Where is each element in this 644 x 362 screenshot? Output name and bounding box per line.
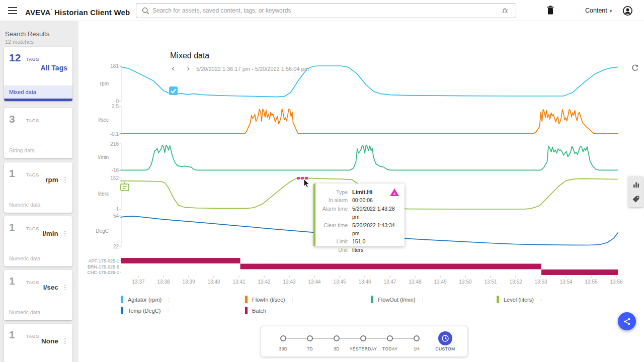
tag-count-label: TAGS [26, 280, 39, 285]
x-tick-label: 13:56 [610, 279, 622, 285]
global-search: fx [136, 3, 516, 18]
menu-icon[interactable] [8, 7, 17, 14]
kebab-menu-icon[interactable]: ⋮ [60, 284, 68, 291]
expression-fx-button[interactable]: fx [502, 7, 508, 14]
batch-bar[interactable] [541, 269, 618, 275]
x-tick-label: 13:51 [484, 279, 497, 285]
legend-swatch [497, 296, 499, 303]
kebab-menu-icon[interactable]: ⋮ [289, 297, 295, 303]
tag-count: 1 [9, 275, 15, 287]
tag-group-card[interactable]: 3TAGSString data [4, 108, 72, 158]
kebab-menu-icon[interactable]: ⋮ [60, 230, 68, 237]
clock-icon [441, 334, 449, 342]
tag-group-card[interactable]: 1TAGSrpm ⋮Numeric data [4, 162, 72, 213]
selected-content-item[interactable]: Mixed data [4, 85, 72, 99]
x-tick-label: 13:49 [434, 279, 446, 285]
all-tags-link[interactable]: All Tags [41, 64, 67, 72]
tag-group-card[interactable]: 1TAGSl/min ⋮Numeric data [4, 216, 72, 266]
checkbox-annotation-icon[interactable] [169, 86, 178, 95]
range-option-dot-7d[interactable] [307, 335, 313, 341]
tooltip-row: Clear time5/20/2022 1:43:34 pm [318, 221, 399, 238]
legend-swatch [121, 296, 123, 303]
range-option-dot-yesterday[interactable] [360, 335, 366, 341]
share-icon [623, 317, 631, 326]
kebab-menu-icon[interactable]: ⋮ [538, 297, 544, 303]
kebab-menu-icon[interactable]: ⋮ [420, 297, 426, 303]
y-axis-min-label: -0.1 [110, 131, 119, 137]
app-title: AVEVA` Historian Client Web [25, 0, 130, 23]
account-icon[interactable] [623, 6, 632, 16]
tooltip-value: 151.0 [352, 237, 365, 245]
bar-chart-icon [632, 180, 640, 188]
x-tick-label: 13:46 [358, 279, 371, 285]
x-tick-label: 13:38 [157, 279, 170, 285]
legend-item[interactable]: Temp (DegC)⋮ [121, 306, 171, 314]
y-axis-max-label: 54 [113, 213, 119, 219]
tag-count: 1 [9, 167, 15, 179]
x-tick-label: 13:37 [132, 279, 144, 285]
tag-count-label: TAGS [26, 57, 39, 62]
legend-item[interactable]: Batch [245, 306, 266, 314]
batch-bar[interactable] [240, 264, 542, 269]
search-results-count: 12 matches [5, 39, 34, 45]
trash-icon[interactable] [546, 6, 554, 15]
tag-group-subtitle: Numeric data [9, 255, 40, 261]
tag-group-title[interactable]: l/min ⋮ [42, 229, 68, 237]
range-option-dot-today[interactable] [387, 335, 393, 341]
batch-row-label: CHC-175-026-1 [87, 270, 119, 275]
legend-swatch [245, 296, 248, 303]
tooltip-value: 5/20/2022 1:43:34 pm [352, 221, 399, 238]
mouse-cursor [304, 179, 309, 188]
series-line-flowout [121, 145, 618, 170]
legend-item[interactable]: Level (liters)⋮ [497, 295, 544, 303]
x-tick-label: 13:43 [283, 279, 295, 285]
chart-type-button[interactable] [628, 176, 643, 192]
tooltip-label: Type [318, 188, 348, 196]
kebab-menu-icon[interactable]: ⋮ [166, 297, 172, 303]
series-line-flowin [121, 109, 618, 134]
content-dropdown[interactable]: Content▾ [585, 0, 612, 22]
tag-group-title[interactable]: rpm ⋮ [45, 175, 68, 184]
range-option-dot-3d[interactable] [334, 335, 340, 341]
range-option-dot-1h[interactable] [414, 335, 420, 341]
tag-group-card[interactable]: 1TAGSl/sec ⋮Numeric data [4, 270, 72, 320]
x-tick-label: 13:48 [409, 279, 421, 285]
chart-tools-panel [628, 176, 643, 207]
range-option-custom[interactable] [438, 331, 452, 345]
y-axis-max-label: 181 [110, 63, 119, 69]
range-option-dot-30d[interactable] [280, 335, 286, 341]
legend-item[interactable]: FlowOut (l/min)⋮ [371, 295, 426, 303]
search-results-title: Search Results [5, 30, 49, 38]
y-axis-max-label: 2.5 [112, 104, 119, 109]
tag-group-title[interactable]: l/sec ⋮ [43, 283, 68, 291]
x-tick-label: 13:39 [182, 279, 195, 285]
x-tick-label: 13:42 [258, 279, 270, 285]
tag-group-card[interactable]: 12TAGSAll TagsMixed data [4, 47, 72, 101]
batch-row-label: APF-175-025-1 [88, 258, 119, 263]
range-option-label-custom[interactable]: CUSTOM [423, 346, 468, 351]
share-button[interactable] [618, 312, 636, 330]
batch-bar[interactable] [121, 258, 240, 263]
tag-group-title[interactable]: None ⋮ [41, 337, 68, 345]
x-tick-label: 13:40 [207, 279, 220, 285]
time-range-selector: 30D7D3DYESTERDAYTODAY1HCUSTOM [261, 326, 468, 357]
tags-button[interactable] [628, 192, 643, 207]
tag-group-card[interactable]: 1TAGSNone ⋮ [4, 324, 72, 362]
legend-item[interactable]: Agitator (rpm)⋮ [121, 295, 172, 303]
chevron-down-icon: ▾ [610, 9, 612, 14]
legend-swatch [245, 307, 248, 314]
kebab-menu-icon[interactable]: ⋮ [165, 308, 171, 314]
search-results-sidebar: Search Results 12 matches 12TAGSAll Tags… [0, 21, 78, 362]
tooltip-label: Clear time [318, 221, 348, 238]
x-tick-label: 13:52 [509, 279, 522, 285]
legend-item[interactable]: FlowIn (l/sec)⋮ [245, 295, 295, 303]
legend-swatch [371, 296, 373, 303]
tooltip-label: Alarm time [318, 205, 348, 221]
x-tick-label: 13:50 [459, 279, 471, 285]
kebab-menu-icon[interactable]: ⋮ [60, 337, 68, 345]
note-annotation-icon[interactable] [121, 182, 129, 191]
tag-group-subtitle: Numeric data [9, 309, 40, 315]
tooltip-label: Limit [318, 237, 348, 245]
kebab-menu-icon[interactable]: ⋮ [60, 176, 68, 184]
search-input[interactable] [152, 4, 474, 17]
